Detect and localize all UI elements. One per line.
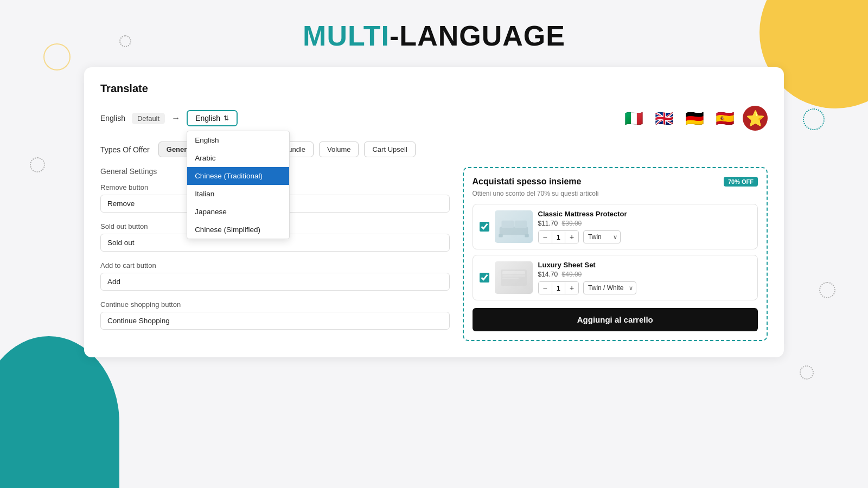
dropdown-item-chinese-simplified[interactable]: Chinese (Simplified)	[187, 221, 289, 239]
chevron-icon: ⇅	[224, 114, 229, 122]
product-2-variant-wrap: Twin / White Twin / Gray Full / White	[583, 281, 636, 294]
discount-badge: 70% OFF	[724, 177, 758, 187]
dropdown-item-arabic[interactable]: Arabic	[187, 149, 289, 167]
svg-rect-6	[502, 271, 525, 274]
svg-rect-4	[525, 234, 529, 237]
arrow-icon: →	[171, 113, 180, 123]
card-title: Translate	[100, 82, 768, 95]
preview-panel: Acquistati spesso insieme 70% OFF Ottien…	[463, 167, 768, 341]
product-2-price: $14.70	[538, 271, 558, 278]
dot-circle-3	[30, 157, 45, 172]
main-card: Translate English Default → English ⇅ En…	[84, 67, 784, 357]
svg-rect-1	[501, 221, 514, 228]
tab-cart-upsell[interactable]: Cart Upsell	[364, 142, 415, 157]
add-to-cart-button[interactable]: Aggiungi al carrello	[473, 308, 758, 331]
product-2-qty-plus[interactable]: +	[565, 282, 578, 294]
dot-circle-5	[819, 282, 835, 298]
dot-circle-6	[800, 365, 814, 380]
german-flag: 🇩🇪	[682, 106, 707, 131]
star-flag: ⭐	[743, 106, 768, 131]
product-1-qty-value: 1	[552, 232, 565, 243]
product-2-name: Luxury Sheet Set	[538, 261, 751, 269]
preview-subtitle: Ottieni uno sconto del 70% su questi art…	[473, 190, 758, 197]
tab-volume[interactable]: Volume	[319, 142, 359, 157]
add-to-cart-input[interactable]	[100, 273, 450, 291]
product-2-prices: $14.70 $49.00	[538, 271, 751, 278]
product-1-controls: − 1 + Twin Full Queen	[538, 230, 751, 243]
product-2-original-price: $49.00	[562, 271, 582, 278]
product-1-qty-control: − 1 +	[538, 230, 579, 243]
product-1-price: $11.70	[538, 220, 558, 227]
lang-select-wrapper: English ⇅ English Arabic Chinese (Tradit…	[187, 110, 238, 126]
translate-header: English Default → English ⇅ English Arab…	[100, 106, 768, 131]
product-1-prices: $11.70 $39.00	[538, 220, 751, 227]
dropdown-item-japanese[interactable]: Japanese	[187, 203, 289, 221]
add-to-cart-group: Add to cart button	[100, 261, 450, 291]
language-dropdown: English Arabic Chinese (Traditional) Ita…	[187, 131, 290, 239]
svg-rect-7	[502, 275, 525, 277]
product-2-checkbox[interactable]	[480, 273, 489, 282]
dropdown-item-chinese-traditional[interactable]: Chinese (Traditional)	[187, 167, 289, 185]
continue-shopping-input[interactable]	[100, 312, 450, 330]
uk-flag: 🇬🇧	[652, 106, 676, 131]
product-1-qty-plus[interactable]: +	[565, 231, 578, 243]
product-1-variant-select[interactable]: Twin Full Queen	[583, 230, 621, 243]
add-to-cart-label: Add to cart button	[100, 261, 450, 269]
preview-title: Acquistati spesso insieme	[473, 177, 582, 187]
product-1-original-price: $39.00	[562, 220, 582, 227]
default-badge: Default	[132, 113, 165, 124]
product-1-image	[495, 210, 533, 243]
flags-row: 🇮🇹 🇬🇧 🇩🇪 🇪🇸 ⭐	[621, 106, 768, 131]
product-1-name: Classic Mattress Protector	[538, 210, 751, 218]
continue-shopping-group: Continue shopping button	[100, 300, 450, 330]
types-of-offer-label: Types Of Offer	[100, 145, 150, 154]
product-2-qty-minus[interactable]: −	[539, 282, 552, 294]
product-1-info: Classic Mattress Protector $11.70 $39.00…	[538, 210, 751, 243]
product-2-info: Luxury Sheet Set $14.70 $49.00 − 1 +	[538, 261, 751, 294]
bg-teal-shape	[0, 336, 119, 488]
continue-shopping-label: Continue shopping button	[100, 300, 450, 309]
product-2-image	[495, 261, 533, 294]
preview-header: Acquistati spesso insieme 70% OFF	[473, 177, 758, 187]
svg-rect-8	[502, 278, 519, 279]
italian-flag: 🇮🇹	[621, 106, 646, 131]
spanish-flag: 🇪🇸	[712, 106, 737, 131]
title-highlight: MULTI	[303, 20, 390, 52]
product-2-qty-value: 1	[552, 282, 565, 294]
product-2-qty-control: − 1 +	[538, 281, 579, 294]
page-title: MULTI-LANGUAGE	[0, 0, 868, 67]
lang-select-button[interactable]: English ⇅	[187, 110, 238, 126]
dropdown-item-english[interactable]: English	[187, 131, 289, 149]
title-rest: -LANGUAGE	[390, 20, 565, 52]
product-2-variant-select[interactable]: Twin / White Twin / Gray Full / White	[583, 281, 636, 294]
product-2-controls: − 1 + Twin / White Twin / Gray Full / Wh…	[538, 281, 751, 294]
dot-circle-4	[803, 108, 825, 130]
product-card-1: Classic Mattress Protector $11.70 $39.00…	[473, 204, 758, 249]
svg-rect-3	[499, 234, 503, 237]
dropdown-item-italian[interactable]: Italian	[187, 185, 289, 203]
svg-rect-2	[514, 221, 527, 228]
product-card-2: Luxury Sheet Set $14.70 $49.00 − 1 +	[473, 255, 758, 300]
lang-select-value: English	[195, 114, 220, 123]
product-1-checkbox[interactable]	[480, 222, 489, 232]
product-1-qty-minus[interactable]: −	[539, 231, 552, 243]
product-1-variant-wrap: Twin Full Queen	[583, 230, 621, 243]
lang-label: English	[100, 114, 125, 123]
